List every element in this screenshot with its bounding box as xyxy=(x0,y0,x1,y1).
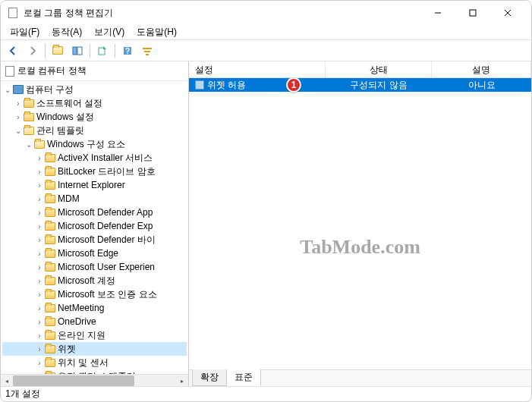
tree-computer-config[interactable]: ⌄ 컴퓨터 구성 xyxy=(2,83,187,96)
expand-icon[interactable]: › xyxy=(34,345,45,353)
expand-icon[interactable]: ⌄ xyxy=(24,140,34,149)
tree-item[interactable]: ›온라인 지원 xyxy=(2,328,187,342)
tree-item-label: Microsoft Edge xyxy=(58,248,118,259)
scroll-right-icon[interactable]: ▸ xyxy=(176,375,188,386)
expand-icon[interactable]: › xyxy=(34,222,45,231)
filter-button[interactable] xyxy=(138,42,156,60)
tree-windows-components[interactable]: ⌄ Windows 구성 요소 xyxy=(2,137,187,151)
expand-icon[interactable]: › xyxy=(34,277,45,285)
tab-extended[interactable]: 확장 xyxy=(192,369,227,386)
toolbar: ? xyxy=(1,40,531,61)
expand-icon[interactable]: › xyxy=(34,168,45,176)
tree-admin-templates[interactable]: ⌄ 관리 템플릿 xyxy=(2,124,187,137)
tree-item[interactable]: ›위치 및 센서 xyxy=(2,356,187,369)
help-button[interactable]: ? xyxy=(118,42,137,60)
tree-item-label: 온라인 지원 xyxy=(58,329,105,342)
tree-root[interactable]: 로컬 컴퓨터 정책 xyxy=(1,61,188,81)
tree-item-label: ActiveX Installer 서비스 xyxy=(58,152,153,165)
folder-icon xyxy=(45,331,55,340)
tree-item-label: Microsoft User Experien xyxy=(58,262,155,272)
tree-item-label: Internet Explorer xyxy=(58,180,125,190)
expand-icon[interactable]: › xyxy=(34,263,45,272)
toolbar-separator xyxy=(115,44,115,58)
tree-item[interactable]: ›Microsoft 계정 xyxy=(2,274,187,287)
up-button[interactable] xyxy=(49,42,67,60)
statusbar: 1개 설정 xyxy=(1,386,531,401)
setting-icon xyxy=(195,80,204,90)
folder-icon xyxy=(24,127,34,135)
tree-software[interactable]: › 소프트웨어 설정 xyxy=(2,96,187,110)
expand-icon[interactable]: › xyxy=(13,99,24,108)
tree-item[interactable]: ›Microsoft User Experien xyxy=(2,260,187,274)
maximize-button[interactable] xyxy=(455,1,490,25)
tree-item[interactable]: ›BitLocker 드라이브 암호 xyxy=(2,165,187,178)
col-state[interactable]: 상태 xyxy=(326,61,432,77)
expand-icon[interactable]: › xyxy=(34,250,45,258)
tree-item[interactable]: ›위젯 xyxy=(2,342,187,356)
list-body[interactable]: 위젯 허용 구성되지 않음 아니요 1 TabMode.com xyxy=(189,78,531,369)
expand-icon[interactable]: ⌄ xyxy=(2,86,13,94)
folder-icon xyxy=(45,318,55,326)
tree-body[interactable]: ⌄ 컴퓨터 구성 › 소프트웨어 설정 › Windows 설정 ⌄ 관리 템플… xyxy=(1,81,188,374)
expand-icon[interactable]: › xyxy=(34,209,45,217)
tab-standard[interactable]: 표준 xyxy=(226,369,261,386)
cell-description: 아니요 xyxy=(432,79,531,92)
svg-rect-5 xyxy=(77,47,82,55)
forward-button[interactable] xyxy=(24,42,42,60)
toolbar-separator xyxy=(90,44,90,58)
expand-icon[interactable]: › xyxy=(34,181,45,190)
tree-item-label: Microsoft 보조 인증 요소 xyxy=(58,288,157,301)
folder-icon xyxy=(45,277,55,285)
tree-item[interactable]: ›Internet Explorer xyxy=(2,178,187,192)
tree-item[interactable]: ›OneDrive xyxy=(2,315,187,328)
expand-icon[interactable]: › xyxy=(34,195,45,203)
folder-icon xyxy=(24,99,34,108)
policy-icon xyxy=(5,66,14,77)
tree-item[interactable]: ›Microsoft 보조 인증 요소 xyxy=(2,287,187,301)
menu-view[interactable]: 보기(V) xyxy=(88,24,131,40)
minimize-button[interactable] xyxy=(420,1,455,25)
svg-rect-9 xyxy=(143,48,152,49)
close-button[interactable] xyxy=(490,1,525,25)
tree-item[interactable]: ›Microsoft Edge xyxy=(2,247,187,260)
expand-icon[interactable]: › xyxy=(13,113,24,121)
tree-item-label: OneDrive xyxy=(58,316,96,327)
tree-item-label: BitLocker 드라이브 암호 xyxy=(58,165,156,178)
expand-icon[interactable]: › xyxy=(34,154,45,162)
tree-hscrollbar[interactable]: ◂ ▸ xyxy=(1,374,188,386)
menu-help[interactable]: 도움말(H) xyxy=(131,24,183,40)
expand-icon[interactable]: › xyxy=(34,304,45,312)
list-row[interactable]: 위젯 허용 구성되지 않음 아니요 xyxy=(189,78,531,92)
svg-rect-10 xyxy=(144,51,150,52)
back-button[interactable] xyxy=(4,42,22,60)
expand-icon[interactable]: › xyxy=(34,291,45,299)
tree-item[interactable]: ›NetMeeting xyxy=(2,301,187,315)
annotation-badge: 1 xyxy=(286,78,301,93)
expand-icon[interactable]: › xyxy=(34,318,45,326)
status-text: 1개 설정 xyxy=(5,388,40,400)
tree-item[interactable]: ›Microsoft Defender 바이 xyxy=(2,233,187,247)
export-button[interactable] xyxy=(93,42,112,60)
tree-item[interactable]: ›ActiveX Installer 서비스 xyxy=(2,151,187,165)
col-setting[interactable]: 설정 xyxy=(189,61,326,77)
tree-item[interactable]: ›Microsoft Defender App xyxy=(2,206,187,219)
menu-file[interactable]: 파일(F) xyxy=(4,24,46,40)
scroll-left-icon[interactable]: ◂ xyxy=(1,375,13,386)
menu-action[interactable]: 동작(A) xyxy=(46,24,88,40)
folder-icon xyxy=(45,222,55,231)
expand-icon[interactable]: › xyxy=(34,236,45,244)
app-icon xyxy=(7,7,19,19)
show-hide-tree-button[interactable] xyxy=(68,42,87,60)
scroll-thumb[interactable] xyxy=(13,375,134,386)
tree-item[interactable]: ›MDM xyxy=(2,192,187,206)
tree-windows-settings[interactable]: › Windows 설정 xyxy=(2,110,187,124)
tree-item[interactable]: ›Microsoft Defender Exp xyxy=(2,219,187,233)
folder-icon xyxy=(45,195,55,203)
expand-icon[interactable]: › xyxy=(34,359,45,367)
folder-icon xyxy=(45,359,55,367)
content: 로컬 컴퓨터 정책 ⌄ 컴퓨터 구성 › 소프트웨어 설정 › Windows … xyxy=(1,61,531,386)
col-description[interactable]: 설명 xyxy=(432,61,531,77)
expand-icon[interactable]: › xyxy=(34,331,45,340)
list-header: 설정 상태 설명 xyxy=(189,61,531,78)
expand-icon[interactable]: ⌄ xyxy=(13,127,24,135)
